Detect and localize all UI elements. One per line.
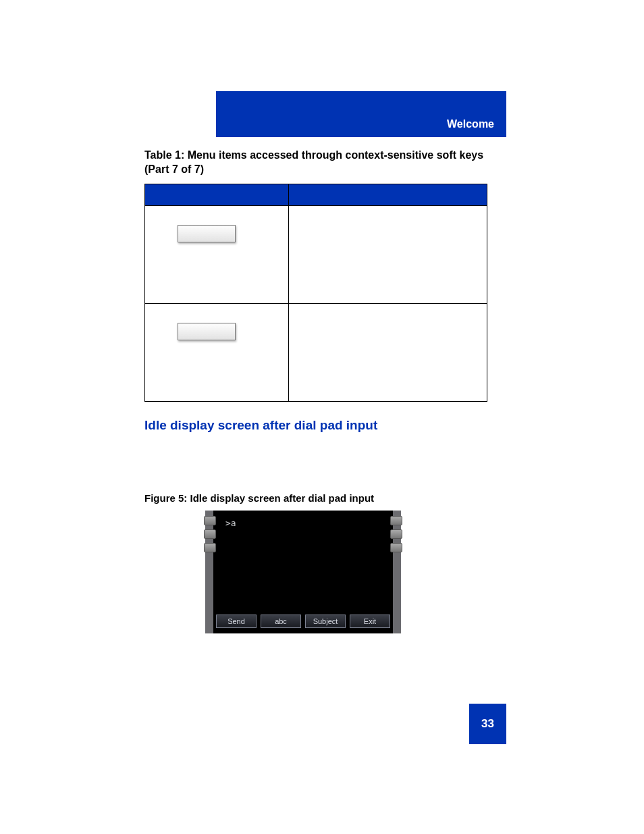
header-bar: Welcome [216,91,506,137]
section-heading: Idle display screen after dial pad input [144,418,502,433]
phone-softkey-subject: Subject [305,615,346,628]
figure-caption: Figure 5: Idle display screen after dial… [144,492,502,504]
bezel-button [390,516,402,525]
page-number: 33 [469,704,506,744]
bezel-button [390,529,402,539]
softkey-button [178,323,236,340]
phone-softkey-abc: abc [261,615,301,628]
table-row [145,303,487,401]
header-section-label: Welcome [447,118,494,130]
document-page: Welcome Table 1: Menu items accessed thr… [0,0,644,834]
phone-bezel-right [389,511,402,633]
table-header-row [145,184,487,205]
softkey-button [178,225,236,242]
phone-screen: >a [220,514,386,630]
menu-table [144,184,487,402]
phone-prompt-text: >a [225,518,236,528]
phone-softkey-send: Send [216,615,257,628]
page-content: Table 1: Menu items accessed through con… [144,149,502,633]
bezel-button [204,516,216,525]
bezel-button [204,529,216,539]
bezel-button [204,543,216,552]
table-caption: Table 1: Menu items accessed through con… [144,149,502,177]
phone-softkey-row: Send abc Subject Exit [216,615,390,628]
page-number-value: 33 [481,717,494,731]
phone-screenshot: >a Send abc Subject Exit [205,511,401,633]
bezel-button [390,543,402,552]
phone-bezel-left [204,511,217,633]
phone-softkey-exit: Exit [350,615,390,628]
table-row [145,205,487,303]
